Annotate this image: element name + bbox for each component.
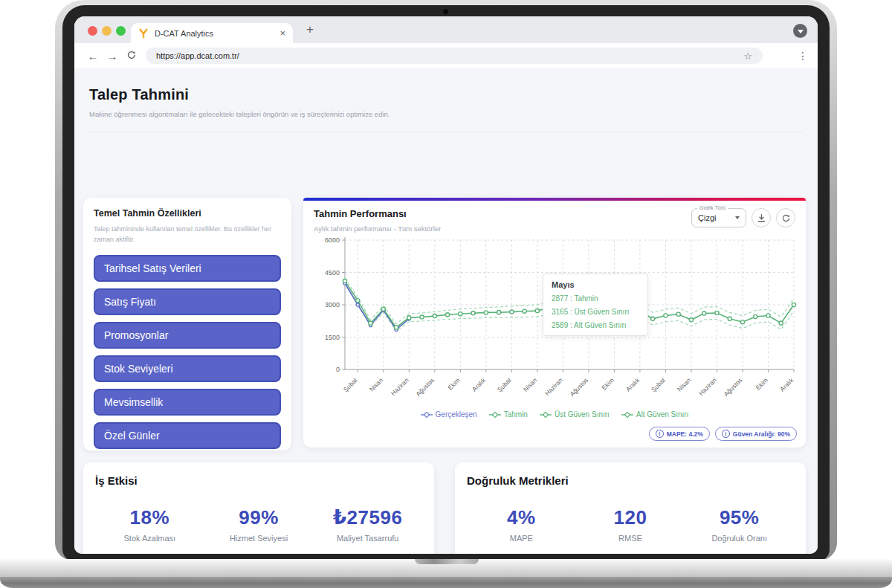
legend-label: Tahmin <box>504 410 528 419</box>
url-text: https://app.dcat.com.tr/ <box>156 51 743 60</box>
legend-marker-icon <box>489 412 501 418</box>
laptop-base-notch <box>415 559 479 564</box>
legend-item-gerceklesen[interactable]: Gerçekleşen <box>421 410 477 419</box>
svg-text:6000: 6000 <box>325 236 340 244</box>
stat-label: Hizmet Seviyesi <box>204 534 314 543</box>
svg-text:Ağustos: Ağustos <box>723 376 744 398</box>
webcam-dot <box>443 9 448 14</box>
legend-item-tahmin[interactable]: Tahmin <box>489 410 528 419</box>
stat-stok-azalmasi: 18% Stok Azalması <box>95 506 204 543</box>
chevron-down-icon <box>735 216 740 219</box>
reload-icon <box>126 50 137 60</box>
svg-text:Ağustos: Ağustos <box>569 376 590 398</box>
badge-label: MAPE: 4.2% <box>667 430 703 438</box>
window-chevron-button[interactable] <box>793 24 807 38</box>
page-subtitle: Makine öğrenmesi algoritmaları ile gelec… <box>89 110 803 118</box>
feature-button-satis-fiyati[interactable]: Satış Fiyatı <box>94 288 281 315</box>
svg-text:Aralık: Aralık <box>778 376 795 393</box>
svg-text:4500: 4500 <box>325 269 340 277</box>
traffic-light-close-button[interactable] <box>88 26 97 36</box>
chart-type-select-label: Grafik Türü <box>697 205 728 210</box>
svg-text:Ekim: Ekim <box>754 376 769 391</box>
stat-label: Doğruluk Oranı <box>685 534 794 543</box>
laptop-base-edge <box>0 577 892 588</box>
legend-label: Üst Güven Sınırı <box>555 410 610 419</box>
stat-value: 95% <box>685 506 794 529</box>
info-icon: i <box>656 430 664 438</box>
svg-text:Haziran: Haziran <box>697 376 718 397</box>
legend-label: Gerçekleşen <box>436 410 477 419</box>
svg-text:Nisan: Nisan <box>522 376 539 393</box>
forward-button[interactable]: → <box>103 50 122 62</box>
browser-toolbar: ← → https://app.dcat.com.tr/ ☆ ⋮ <box>74 43 818 68</box>
legend-item-ust-guven-siniri[interactable]: Üst Güven Sınırı <box>540 410 610 419</box>
svg-text:0: 0 <box>336 366 340 373</box>
tab-close-icon[interactable]: × <box>279 28 285 39</box>
chart-title: Tahmin Performansı <box>314 208 691 219</box>
impact-card-title: İş Etkisi <box>95 474 422 487</box>
confidence-badge: i Güven Aralığı: 90% <box>715 427 797 441</box>
legend-marker-icon <box>540 412 552 418</box>
feature-button-ozel-gunler[interactable]: Özel Günler <box>94 422 281 449</box>
business-impact-card: İş Etkisi 18% Stok Azalması 99% Hizmet S… <box>83 462 434 554</box>
feature-button-mevsimsellik[interactable]: Mevsimsellik <box>94 389 281 416</box>
chart-tooltip: Mayıs 2877 : Tahmin 3165 : Üst Güven Sın… <box>543 274 648 336</box>
stat-value: 99% <box>204 506 314 529</box>
accuracy-card-title: Doğruluk Metrikleri <box>467 474 794 487</box>
browser-tab[interactable]: D-CAT Analytics × <box>131 23 293 43</box>
chart-subtitle: Aylık tahmin performansı - Tüm sektörler <box>314 224 691 233</box>
traffic-light-minimize-button[interactable] <box>102 26 112 36</box>
back-button[interactable]: ← <box>83 50 103 62</box>
traffic-light-maximize-button[interactable] <box>116 26 126 36</box>
forecast-performance-card: Tahmin Performansı Aylık tahmin performa… <box>303 198 806 448</box>
legend-marker-icon <box>421 412 433 418</box>
stat-dogruluk-orani: 95% Doğruluk Oranı <box>685 506 794 543</box>
refresh-chart-button[interactable] <box>776 208 795 227</box>
badge-label: Güven Aralığı: 90% <box>733 430 790 438</box>
feature-button-stok-seviyeleri[interactable]: Stok Seviyeleri <box>94 355 281 382</box>
feature-button-promosyonlar[interactable]: Promosyonlar <box>94 322 281 349</box>
download-icon <box>757 213 766 223</box>
download-chart-button[interactable] <box>752 208 771 227</box>
reload-button[interactable] <box>122 50 141 62</box>
tooltip-row-tahmin: 2877 : Tahmin <box>552 294 639 303</box>
svg-text:Nisan: Nisan <box>676 376 693 393</box>
chart-type-select[interactable]: Grafik Türü Çizgi <box>691 208 746 227</box>
legend-label: Alt Güven Sınırı <box>636 410 689 419</box>
stat-rmse: 120 RMSE <box>576 506 685 543</box>
stat-value: 18% <box>95 506 204 529</box>
legend-item-alt-guven-siniri[interactable]: Alt Güven Sınırı <box>621 410 689 419</box>
svg-text:Haziran: Haziran <box>543 376 564 397</box>
svg-text:Ağustos: Ağustos <box>414 376 436 398</box>
page-content: Talep Tahmini Makine öğrenmesi algoritma… <box>74 68 818 554</box>
new-tab-button[interactable]: + <box>302 22 318 38</box>
bookmark-star-icon[interactable]: ☆ <box>743 51 752 62</box>
chart-type-select-value: Çizgi <box>698 213 735 222</box>
svg-text:Şubat: Şubat <box>342 376 359 393</box>
chart-controls: Grafik Türü Çizgi <box>691 208 795 227</box>
page-header: Talep Tahmini Makine öğrenmesi algoritma… <box>74 68 818 118</box>
svg-text:Ekim: Ekim <box>600 376 615 391</box>
refresh-icon <box>781 213 791 223</box>
browser-window: D-CAT Analytics × + ← → https://app.dcat… <box>74 16 818 554</box>
feature-button-tarihsel-satis-verileri[interactable]: Tarihsel Satış Verileri <box>94 255 281 282</box>
stat-label: Maliyet Tasarrufu <box>313 534 422 543</box>
svg-text:Aralık: Aralık <box>471 376 488 393</box>
tooltip-row-alt-guven: 2589 : Alt Güven Sınırı <box>552 321 639 329</box>
svg-text:Şubat: Şubat <box>496 376 513 393</box>
stat-label: Stok Azalması <box>95 534 204 543</box>
browser-menu-kebab-icon[interactable]: ⋮ <box>797 50 809 62</box>
stat-mape: 4% MAPE <box>467 506 576 543</box>
svg-text:Haziran: Haziran <box>390 376 410 397</box>
address-bar[interactable]: https://app.dcat.com.tr/ ☆ <box>146 48 763 64</box>
stat-label: MAPE <box>467 534 576 543</box>
dcat-logo-icon <box>138 28 149 39</box>
info-icon: i <box>722 430 730 438</box>
chart-badges: i MAPE: 4.2% i Güven Aralığı: 90% <box>649 427 797 441</box>
features-panel-description: Talep tahmininde kullanılan temel özelli… <box>94 224 281 245</box>
stat-value: ₺27596 <box>313 506 422 529</box>
svg-text:1500: 1500 <box>325 334 340 341</box>
tooltip-title: Mayıs <box>552 280 639 289</box>
svg-text:Şubat: Şubat <box>650 376 667 393</box>
svg-text:Aralık: Aralık <box>624 376 641 393</box>
